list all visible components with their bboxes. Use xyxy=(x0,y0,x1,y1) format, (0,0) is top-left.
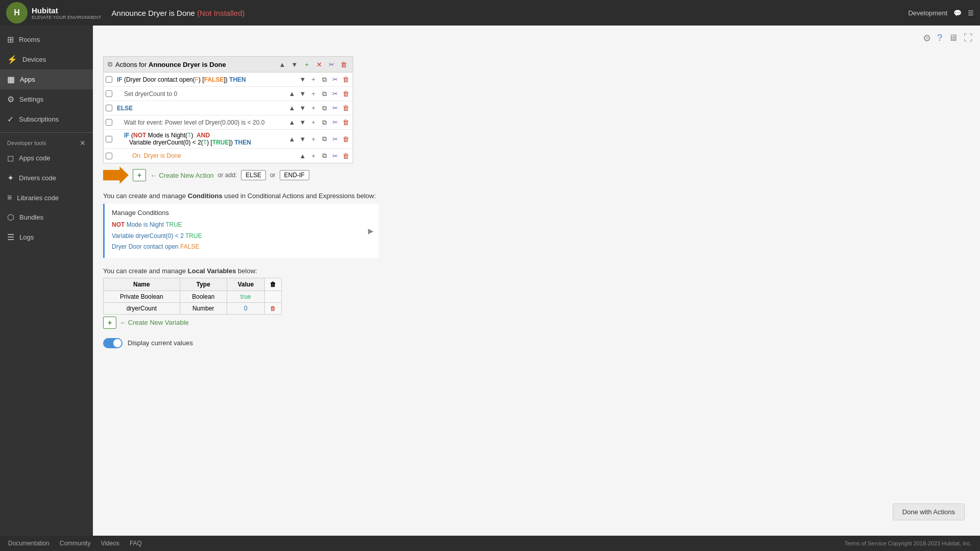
checkbox-2[interactable] xyxy=(104,89,114,98)
actions-table: ⧉ Actions for Announce Dryer is Done ▲ ▼… xyxy=(103,56,353,163)
sidebar-item-apps-code[interactable]: ◻ Apps code xyxy=(0,148,93,168)
footer-faq-link[interactable]: FAQ xyxy=(130,540,142,547)
sidebar-item-logs[interactable]: ☰ Logs xyxy=(0,227,93,247)
trash-icon[interactable]: 🗑 xyxy=(340,117,351,128)
sidebar-item-devices[interactable]: ⚡ Devices xyxy=(0,50,93,69)
sidebar-item-subscriptions[interactable]: ✓ Subscriptions xyxy=(0,109,93,129)
sidebar-item-rooms[interactable]: ⊞ Rooms xyxy=(0,30,93,50)
conditions-expand-icon[interactable]: ▶ xyxy=(368,227,374,235)
settings-icon: ⚙ xyxy=(7,94,14,104)
logs-icon: ☰ xyxy=(7,232,14,242)
down-icon[interactable]: ▼ xyxy=(298,75,308,85)
add-variable-plus-button[interactable]: + xyxy=(103,317,116,329)
menu-icon[interactable]: ☰ xyxy=(968,9,974,17)
sidebar-item-settings[interactable]: ⚙ Settings xyxy=(0,89,93,109)
action-row-2: Set dryerCount to 0 ▲ ▼ + ⧉ ✂ 🗑 xyxy=(104,87,353,101)
cut-icon[interactable]: ✂ xyxy=(330,134,340,144)
var-type-1: Boolean xyxy=(180,291,227,302)
down-icon[interactable]: ▼ xyxy=(298,89,308,99)
add-icon[interactable]: + xyxy=(308,103,318,113)
display-values-label: Display current values xyxy=(128,339,193,347)
help-icon[interactable]: ? xyxy=(937,33,942,44)
delete-icon[interactable]: ✕ xyxy=(314,59,324,69)
add-icon[interactable]: + xyxy=(308,134,318,144)
action-btns-6: ▲ + ⧉ ✂ 🗑 xyxy=(298,151,353,161)
trash-icon[interactable]: 🗑 xyxy=(340,103,351,113)
cut-icon[interactable]: ✂ xyxy=(330,151,340,161)
checkbox-3[interactable] xyxy=(104,104,114,112)
add-icon[interactable]: + xyxy=(308,151,318,161)
sidebar: ⊞ Rooms ⚡ Devices ▦ Apps ⚙ Settings ✓ Su… xyxy=(0,26,93,536)
checkbox-4[interactable] xyxy=(104,118,114,127)
cut-icon[interactable]: ✂ xyxy=(330,75,340,85)
checkbox-1[interactable] xyxy=(104,75,114,84)
or-add-label: or add: xyxy=(218,172,237,179)
add-icon[interactable]: + xyxy=(308,117,318,128)
move-down-icon[interactable]: ▼ xyxy=(289,59,300,69)
copy-icon[interactable]: ⧉ xyxy=(319,151,329,161)
add-action-plus-button[interactable]: + xyxy=(133,169,146,181)
up-icon[interactable]: ▲ xyxy=(287,117,297,128)
copy-icon[interactable]: ⧉ xyxy=(319,134,329,144)
add-action-row: + ← Create New Action or add: ELSE or EN… xyxy=(103,166,970,184)
developer-tools-toggle[interactable]: ✕ xyxy=(80,139,86,147)
sidebar-item-label: Apps xyxy=(20,76,35,83)
copy-icon[interactable]: ⧉ xyxy=(319,75,329,85)
cut-icon[interactable]: ✂ xyxy=(330,89,340,99)
action-row-5: IF (NOT Mode is Night(T) AND Variable dr… xyxy=(104,130,353,149)
trash-icon[interactable]: 🗑 xyxy=(340,134,351,144)
copy-icon[interactable]: ⧉ xyxy=(108,60,112,68)
done-with-actions-button[interactable]: Done with Actions xyxy=(893,504,965,520)
cut-icon[interactable]: ✂ xyxy=(326,59,336,69)
variables-table: Name Type Value 🗑 Private Boolean Boolea… xyxy=(103,278,282,315)
down-icon[interactable]: ▼ xyxy=(298,103,308,113)
footer-documentation-link[interactable]: Documentation xyxy=(8,540,50,547)
end-if-button[interactable]: END-IF xyxy=(280,170,309,180)
add-icon[interactable]: + xyxy=(302,59,312,69)
footer-videos-link[interactable]: Videos xyxy=(101,540,119,547)
arrow-container xyxy=(103,166,129,184)
copy-icon[interactable]: ⧉ xyxy=(319,103,329,113)
sidebar-item-drivers-code[interactable]: ✦ Drivers code xyxy=(0,168,93,188)
up-icon[interactable]: ▲ xyxy=(287,134,297,144)
footer-community-link[interactable]: Community xyxy=(60,540,91,547)
add-icon[interactable]: + xyxy=(308,75,318,85)
gear-icon[interactable]: ⚙ xyxy=(923,33,931,44)
create-variable-button[interactable]: ← Create New Variable xyxy=(119,319,189,326)
down-icon[interactable]: ▼ xyxy=(298,134,308,144)
expand-icon[interactable]: ⛶ xyxy=(964,33,973,44)
up-icon[interactable]: ▲ xyxy=(298,151,308,161)
down-icon[interactable]: ▼ xyxy=(298,117,308,128)
col-name: Name xyxy=(104,278,180,291)
up-icon[interactable]: ▲ xyxy=(287,103,297,113)
monitor-icon[interactable]: 🖥 xyxy=(948,33,958,44)
page-title-text: Announce Dryer is Done xyxy=(112,9,195,17)
trash-icon[interactable]: 🗑 xyxy=(340,75,351,85)
cut-icon[interactable]: ✂ xyxy=(330,117,340,128)
display-values-toggle[interactable] xyxy=(103,338,122,348)
sidebar-item-apps[interactable]: ▦ Apps xyxy=(0,69,93,89)
else-button[interactable]: ELSE xyxy=(241,170,266,180)
add-icon[interactable]: + xyxy=(308,89,318,99)
sidebar-item-bundles[interactable]: ⬡ Bundles xyxy=(0,207,93,227)
var-delete-2[interactable]: 🗑 xyxy=(265,302,282,314)
notifications-icon[interactable]: 💬 xyxy=(953,9,962,17)
checkbox-5[interactable] xyxy=(104,135,114,143)
cut-icon[interactable]: ✂ xyxy=(330,103,340,113)
copy-icon[interactable]: ⧉ xyxy=(319,89,329,99)
move-up-icon[interactable]: ▲ xyxy=(277,59,287,69)
copy-icon[interactable]: ⧉ xyxy=(319,117,329,128)
sidebar-item-libraries-code[interactable]: ≡ Libraries code xyxy=(0,188,93,207)
up-icon[interactable]: ▲ xyxy=(287,89,297,99)
create-action-button[interactable]: ← Create New Action xyxy=(150,172,214,179)
footer: Documentation Community Videos FAQ Terms… xyxy=(0,536,980,551)
table-row: Private Boolean Boolean true xyxy=(104,291,282,302)
trash-icon[interactable]: 🗑 xyxy=(340,151,351,161)
trash-icon[interactable]: 🗑 xyxy=(340,89,351,99)
checkbox-6[interactable] xyxy=(104,152,114,160)
display-values-row: Display current values xyxy=(103,338,970,348)
sidebar-item-label: Logs xyxy=(19,233,34,241)
condition-item-2: Variable dryerCount(0) < 2 TRUE xyxy=(112,231,372,242)
trash-icon[interactable]: 🗑 xyxy=(338,59,349,69)
conditions-box[interactable]: Manage Conditions NOT Mode is Night TRUE… xyxy=(103,204,379,258)
